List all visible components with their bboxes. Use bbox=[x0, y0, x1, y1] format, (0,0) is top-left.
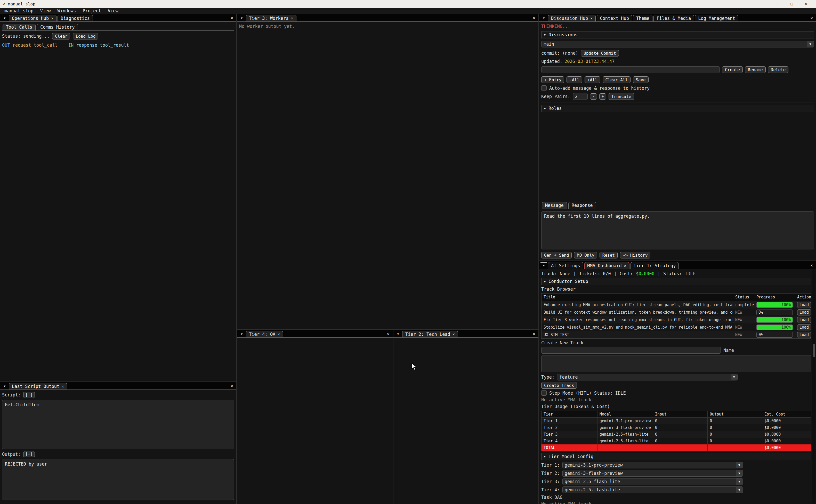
load-track-button[interactable]: Load bbox=[797, 309, 811, 315]
delete-button[interactable]: Delete bbox=[768, 66, 789, 73]
tab-context-hub[interactable]: Context Hub bbox=[597, 15, 632, 21]
load-log-button[interactable]: Load Log bbox=[73, 33, 98, 39]
output-expand-button[interactable]: [+] bbox=[23, 451, 35, 457]
tab-tool-calls[interactable]: Tool Calls bbox=[3, 24, 36, 30]
tab-operations-hub[interactable]: Operations Hub ✕ bbox=[9, 15, 56, 21]
track-description-textarea[interactable] bbox=[541, 355, 811, 372]
tab-discussion-hub[interactable]: Discussion Hub ✕ bbox=[548, 15, 596, 21]
tier4-tabbar: ▼ Tier 4: QA ✕ ✕ bbox=[237, 330, 393, 338]
window-menu-icon[interactable]: ▼ bbox=[540, 262, 547, 268]
expand-all-button[interactable]: +All bbox=[585, 76, 600, 83]
window-close-button[interactable]: ✕ bbox=[533, 15, 535, 20]
tab-diagnostics[interactable]: Diagnostics bbox=[58, 15, 93, 21]
create-track-button[interactable]: Create Track bbox=[541, 382, 577, 389]
menu-manual-slop[interactable]: manual slop bbox=[1, 8, 37, 14]
menu-view[interactable]: View bbox=[37, 8, 54, 14]
window-close-button[interactable]: ✕ bbox=[231, 15, 233, 20]
load-track-button[interactable]: Load bbox=[797, 317, 811, 323]
gen-send-button[interactable]: Gen + Send bbox=[541, 252, 572, 258]
clear-all-button[interactable]: Clear All bbox=[603, 76, 631, 83]
output-textarea[interactable]: REJECTED by user bbox=[2, 459, 234, 500]
window-menu-icon[interactable]: ▼ bbox=[238, 331, 245, 337]
minimize-button[interactable]: — bbox=[770, 2, 785, 6]
tab-log-management[interactable]: Log Management bbox=[695, 15, 738, 21]
type-select[interactable]: feature ▼ bbox=[557, 374, 738, 380]
tab-mma-dashboard[interactable]: MMA Dashboard ✕ bbox=[584, 262, 629, 269]
tab-tier1-strategy[interactable]: Tier 1: Strategy bbox=[631, 262, 679, 269]
task-dag-label: Task DAG bbox=[541, 495, 811, 500]
tier-model-config-header[interactable]: ▼ Tier Model Config bbox=[541, 453, 811, 460]
keep-pairs-minus-button[interactable]: - bbox=[590, 93, 597, 100]
tab-last-script-output[interactable]: Last Script Output ✕ bbox=[9, 383, 67, 389]
message-textarea[interactable]: Read the first 10 lines of aggregate.py. bbox=[541, 211, 814, 249]
tier3-model-select[interactable]: gemini-2.5-flash-lite ▼ bbox=[562, 478, 743, 485]
maximize-button[interactable]: □ bbox=[785, 2, 799, 6]
tab-tier3-workers[interactable]: Tier 3: Workers ✕ bbox=[246, 15, 296, 21]
tab-close-icon[interactable]: ✕ bbox=[453, 332, 455, 337]
usage-row: Tier 2 gemini-3-flash-preview 0 0 $0.000… bbox=[542, 424, 811, 431]
tab-close-icon[interactable]: ✕ bbox=[624, 263, 626, 268]
conductor-setup-header[interactable]: ▶ Conductor Setup bbox=[541, 278, 811, 285]
discussion-name-input[interactable] bbox=[541, 66, 720, 73]
tab-close-icon[interactable]: ✕ bbox=[51, 16, 53, 21]
menu-windows[interactable]: Windows bbox=[54, 8, 79, 14]
roles-header[interactable]: ▶ Roles bbox=[541, 105, 814, 112]
discussions-header[interactable]: ▼ Discussions bbox=[541, 31, 814, 38]
reset-button[interactable]: Reset bbox=[600, 252, 618, 258]
tier2-model-select[interactable]: gemini-3-flash-preview ▼ bbox=[562, 470, 743, 477]
keep-pairs-plus-button[interactable]: + bbox=[599, 93, 606, 100]
tier4-model-select[interactable]: gemini-2.5-flash-lite ▼ bbox=[562, 486, 743, 493]
commit-label: commit: (none) bbox=[541, 51, 578, 56]
to-history-button[interactable]: -> History bbox=[620, 252, 650, 258]
window-menu-icon[interactable]: ▼ bbox=[1, 15, 8, 21]
create-button[interactable]: Create bbox=[722, 66, 743, 73]
script-expand-button[interactable]: [+] bbox=[23, 392, 35, 398]
collapse-all-button[interactable]: -All bbox=[567, 76, 582, 83]
tab-tier2-tech-lead[interactable]: Tier 2: Tech Lead ✕ bbox=[402, 331, 458, 337]
clear-button[interactable]: Clear bbox=[52, 33, 70, 39]
discussion-select[interactable]: main ▼ bbox=[541, 41, 814, 47]
scrollbar-track[interactable] bbox=[812, 270, 815, 503]
tab-comms-history[interactable]: Comms History bbox=[37, 24, 78, 30]
window-close-button[interactable]: ✕ bbox=[533, 331, 535, 336]
window-close-button[interactable]: ✕ bbox=[231, 384, 233, 388]
window-close-button[interactable]: ✕ bbox=[810, 263, 813, 268]
update-commit-button[interactable]: Update Commit bbox=[581, 50, 619, 56]
tab-files-media[interactable]: Files & Media bbox=[653, 15, 694, 21]
window-menu-icon[interactable]: ▼ bbox=[540, 15, 547, 21]
tab-ai-settings[interactable]: AI Settings bbox=[548, 262, 583, 269]
tab-response[interactable]: Response bbox=[568, 202, 596, 209]
menu-view-2[interactable]: View bbox=[104, 8, 122, 14]
tier1-model-select[interactable]: gemini-3.1-pro-preview ▼ bbox=[562, 462, 743, 468]
menu-project[interactable]: Project bbox=[79, 8, 104, 14]
save-button[interactable]: Save bbox=[633, 76, 649, 83]
window-close-button[interactable]: ✕ bbox=[387, 331, 390, 336]
rename-button[interactable]: Rename bbox=[745, 66, 766, 73]
create-new-track-label: Create New Track bbox=[541, 340, 811, 345]
add-entry-button[interactable]: + Entry bbox=[541, 76, 564, 83]
script-textarea[interactable]: Get-ChildItem bbox=[2, 400, 234, 449]
tab-tier4-qa[interactable]: Tier 4: QA ✕ bbox=[246, 331, 283, 337]
load-track-button[interactable]: Load bbox=[797, 302, 811, 308]
tab-close-icon[interactable]: ✕ bbox=[291, 16, 293, 21]
step-mode-checkbox[interactable] bbox=[541, 390, 547, 396]
load-track-button[interactable]: Load bbox=[797, 324, 811, 330]
tab-close-icon[interactable]: ✕ bbox=[590, 16, 593, 21]
truncate-button[interactable]: Truncate bbox=[609, 93, 634, 100]
window-close-button[interactable]: ✕ bbox=[810, 15, 813, 20]
close-button[interactable]: ✕ bbox=[799, 2, 813, 6]
window-menu-icon[interactable]: ▼ bbox=[395, 331, 401, 337]
window-menu-icon[interactable]: ▼ bbox=[238, 15, 245, 21]
load-track-button[interactable]: Load bbox=[797, 332, 811, 338]
tab-close-icon[interactable]: ✕ bbox=[62, 384, 64, 389]
track-name-input[interactable] bbox=[541, 347, 721, 354]
keep-pairs-input[interactable]: 2 bbox=[573, 93, 588, 100]
auto-add-checkbox[interactable] bbox=[541, 85, 547, 91]
tab-theme[interactable]: Theme bbox=[633, 15, 652, 21]
tab-message[interactable]: Message bbox=[542, 202, 567, 209]
tab-close-icon[interactable]: ✕ bbox=[278, 332, 280, 337]
md-only-button[interactable]: MD Only bbox=[574, 252, 597, 258]
scrollbar-thumb[interactable] bbox=[813, 344, 815, 357]
caret-down-icon: ▼ bbox=[544, 455, 546, 458]
window-menu-icon[interactable]: ▼ bbox=[1, 383, 8, 389]
